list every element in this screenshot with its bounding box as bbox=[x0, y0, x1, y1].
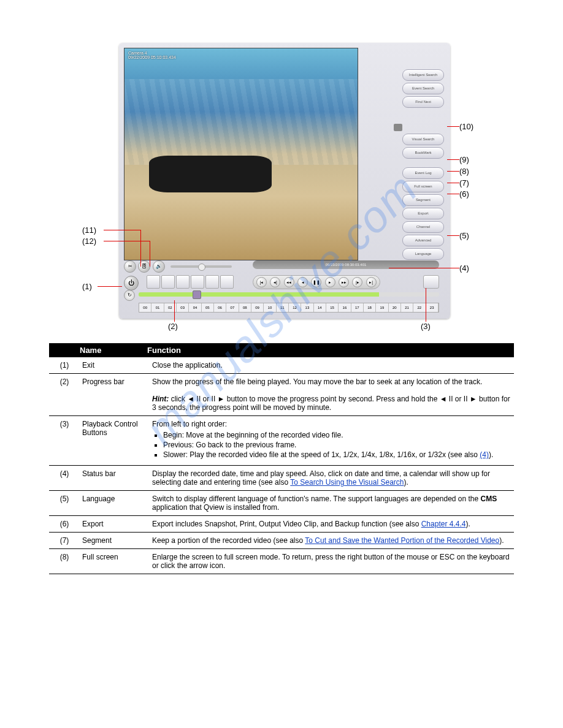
language-button[interactable]: Language bbox=[402, 248, 444, 260]
playback-controls: |◂ ◂| ◂◂ ◂ ❚❚ ▸ ▸▸ |▸ ▸| bbox=[253, 275, 380, 289]
event-log-button[interactable]: Event Log bbox=[402, 167, 444, 179]
row-name: Exit bbox=[80, 357, 150, 374]
hour-ruler[interactable]: 0001020304050607080910111213141516171819… bbox=[139, 303, 439, 313]
event-search-button[interactable]: Event Search bbox=[402, 83, 444, 94]
leader-12 bbox=[104, 241, 150, 241]
cms-ref: CMS bbox=[481, 495, 497, 503]
list-item: Previous: Go back to the previous frame. bbox=[163, 441, 511, 449]
see-also-link[interactable]: (4) bbox=[480, 450, 489, 459]
loop-icon[interactable]: ↻ bbox=[124, 290, 135, 301]
table-row: (4) Status bar Display the recorded date… bbox=[49, 466, 514, 491]
prev-frame-button[interactable]: ◂| bbox=[270, 277, 280, 287]
pause-button[interactable]: ❚❚ bbox=[311, 277, 321, 287]
filmstrip-button[interactable] bbox=[423, 275, 439, 289]
export-button[interactable]: Export bbox=[402, 208, 444, 219]
callout-2: (2) bbox=[168, 322, 178, 331]
callout-7: (7) bbox=[459, 178, 469, 188]
bookmark-button[interactable]: BookMark bbox=[402, 147, 444, 159]
visual-search-button[interactable]: Visual Search bbox=[402, 134, 444, 145]
row-desc: Display the recorded date, time and play… bbox=[150, 466, 514, 491]
callout-8: (8) bbox=[459, 167, 469, 176]
see-also-link[interactable]: To Cut and Save the Wanted Portion of th… bbox=[305, 536, 499, 545]
row-num: (5) bbox=[49, 491, 80, 516]
row-name: Status bar bbox=[80, 466, 150, 491]
scene-glass bbox=[124, 79, 358, 165]
volume-slider[interactable] bbox=[170, 265, 232, 268]
exit-button[interactable]: ⏻ bbox=[124, 276, 139, 290]
row-desc: Export includes Snapshot, Print, Output … bbox=[150, 516, 514, 533]
row-desc: Keep a portion of the recorded video (se… bbox=[150, 533, 514, 549]
side-button-column: Intelligent Search Event Search Find Nex… bbox=[364, 67, 444, 262]
leader-10 bbox=[447, 126, 459, 127]
callout-9: (9) bbox=[459, 155, 469, 164]
row-name: Segment bbox=[80, 533, 150, 549]
row-desc: Switch to display different language of … bbox=[150, 491, 514, 516]
leader-8 bbox=[447, 171, 459, 172]
row-name: Language bbox=[80, 491, 150, 516]
progress-bar[interactable] bbox=[139, 292, 439, 297]
callout-11: (11) bbox=[82, 226, 96, 235]
table-header: Name Function bbox=[49, 343, 514, 357]
callout-4: (4) bbox=[459, 264, 469, 273]
rewind-button[interactable]: ◂◂ bbox=[284, 277, 294, 287]
begin-button[interactable]: |◂ bbox=[256, 277, 267, 287]
row-desc: Close the application. bbox=[150, 357, 514, 374]
channel-button[interactable]: Channel bbox=[402, 221, 444, 233]
advanced-button[interactable]: Advanced bbox=[402, 235, 444, 246]
leader-12b bbox=[150, 241, 150, 267]
layout-buttons[interactable] bbox=[147, 275, 235, 290]
find-next-button[interactable]: Find Next bbox=[402, 96, 444, 108]
table-row: (3) Playback Control Buttons From left t… bbox=[49, 416, 514, 466]
leader-1 bbox=[98, 286, 122, 287]
callout-3: (3) bbox=[421, 322, 431, 331]
callout-12: (12) bbox=[82, 237, 96, 246]
row-desc: From left to right order: Begin: Move at… bbox=[150, 416, 514, 466]
see-also-link[interactable]: Chapter 4.4.4 bbox=[421, 520, 466, 528]
callout-6: (6) bbox=[459, 189, 469, 199]
row-num: (6) bbox=[49, 516, 80, 533]
scene-baggage-belt bbox=[149, 156, 272, 192]
leader-11 bbox=[104, 230, 140, 230]
video-timestamp: 09/22/2009 05:10:03.434 bbox=[128, 55, 176, 59]
table-row: (6) Export Export includes Snapshot, Pri… bbox=[49, 516, 514, 533]
row-num: (8) bbox=[49, 549, 80, 574]
end-button[interactable]: ▸| bbox=[366, 277, 377, 287]
row-name: Progress bar bbox=[80, 374, 150, 416]
callout-1: (1) bbox=[82, 282, 92, 291]
sound-icon[interactable]: 🔊 bbox=[153, 260, 165, 273]
next-frame-button[interactable]: |▸ bbox=[352, 277, 362, 287]
video-viewport: Camera 4 09/22/2009 05:10:03.434 bbox=[124, 48, 358, 260]
row-name: Playback Control Buttons bbox=[80, 416, 150, 466]
header-name: Name bbox=[80, 346, 147, 355]
leader-4 bbox=[389, 268, 459, 268]
segment-button[interactable]: Segment bbox=[402, 194, 444, 206]
row-num: (3) bbox=[49, 416, 80, 466]
table-row: (8) Full screen Enlarge the screen to fu… bbox=[49, 549, 514, 574]
hint-text: click ◄ II or II ► button to move the pr… bbox=[152, 395, 510, 412]
row-desc: Show the progress of the file being play… bbox=[150, 374, 514, 416]
row-desc: Enlarge the screen to full screen mode. … bbox=[150, 549, 514, 574]
row-num: (7) bbox=[49, 533, 80, 549]
header-function: Function bbox=[147, 346, 514, 355]
see-also-link[interactable]: To Search Using the Visual Search bbox=[290, 478, 404, 487]
progress-handle[interactable] bbox=[193, 290, 201, 299]
leader-11b bbox=[140, 230, 141, 267]
table-row: (2) Progress bar Show the progress of th… bbox=[49, 374, 514, 416]
functions-table: (1) Exit Close the application. (2) Prog… bbox=[49, 357, 514, 574]
tool-button-1[interactable]: ✂ bbox=[124, 260, 136, 273]
hint-label: Hint: bbox=[152, 395, 169, 403]
full-screen-button[interactable]: Full screen bbox=[402, 181, 444, 192]
callout-10: (10) bbox=[459, 122, 473, 131]
camera-label: Camera 4 bbox=[128, 51, 176, 55]
leader-7 bbox=[447, 183, 459, 183]
intelligent-search-button[interactable]: Intelligent Search bbox=[402, 69, 444, 81]
row-num: (1) bbox=[49, 357, 80, 374]
leader-6 bbox=[447, 194, 459, 194]
ffwd-button[interactable]: ▸▸ bbox=[339, 277, 349, 287]
play-rev-button[interactable]: ◂ bbox=[297, 277, 308, 287]
row-name: Full screen bbox=[80, 549, 150, 574]
play-button[interactable]: ▸ bbox=[325, 277, 335, 287]
callout-5: (5) bbox=[459, 231, 469, 240]
row-num: (2) bbox=[49, 374, 80, 416]
leader-2 bbox=[174, 300, 175, 322]
